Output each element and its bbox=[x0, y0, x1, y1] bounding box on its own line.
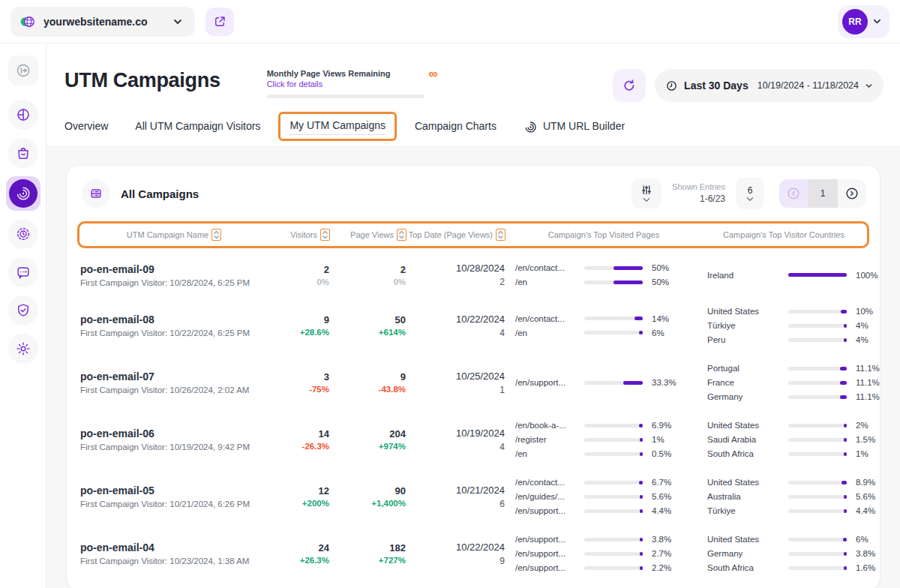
site-selector[interactable]: yourwebsitename.co bbox=[10, 7, 195, 37]
campaign-name: po-en-email-05 bbox=[80, 484, 266, 496]
metric-bar-fill bbox=[639, 481, 643, 484]
column-header-campaign-name[interactable]: UTM Campaign Name bbox=[81, 229, 267, 241]
sort-icon[interactable] bbox=[212, 229, 221, 241]
top-date-cell: 10/25/2024 1 bbox=[406, 370, 505, 395]
metric-label: United States bbox=[707, 478, 788, 487]
top-countries-cell: United States8.9%Australia5.6%Türkiye4.4… bbox=[701, 478, 880, 515]
metric-row: /en/support...4.4% bbox=[515, 506, 701, 515]
metric-label: Ireland bbox=[707, 271, 788, 280]
table-row[interactable]: po-en-email-05 First Campaign Visitor: 1… bbox=[68, 468, 878, 525]
column-header-visitors[interactable]: Visitors bbox=[267, 229, 330, 241]
metric-bar-fill bbox=[844, 552, 847, 556]
top-pages-cell: /en/support...33.3% bbox=[505, 378, 701, 387]
metric-percent: 11.1% bbox=[856, 392, 880, 401]
campaigns-table-icon bbox=[82, 179, 110, 208]
avatar: RR bbox=[842, 9, 868, 34]
metric-bar-fill bbox=[640, 495, 643, 499]
page-views-cell: 182 +727% bbox=[329, 542, 406, 565]
sort-icon[interactable] bbox=[496, 229, 506, 241]
column-header-top-date[interactable]: Top Date (Page Views) bbox=[406, 229, 506, 241]
column-header-page-views[interactable]: Page Views bbox=[330, 229, 406, 241]
metric-row: /en/contact...6.7% bbox=[515, 478, 701, 487]
metric-bar bbox=[788, 367, 847, 370]
metric-row: Germany11.1% bbox=[707, 392, 880, 401]
metric-percent: 50% bbox=[652, 263, 677, 272]
shown-entries-value: 1-6/23 bbox=[672, 193, 725, 205]
page-size-select[interactable]: 6 bbox=[736, 178, 764, 209]
tab-my-utm-campaigns[interactable]: My UTM Campaigns bbox=[278, 112, 397, 141]
date-range-picker[interactable]: Last 30 Days 10/19/2024 - 11/18/2024 bbox=[655, 69, 884, 102]
next-page-button[interactable] bbox=[838, 179, 866, 208]
tab-utm-url-builder[interactable]: UTM URL Builder bbox=[524, 120, 625, 135]
visitors-value: 9 bbox=[266, 314, 329, 326]
sidebar-item-campaigns-active[interactable] bbox=[6, 176, 40, 211]
top-countries-cell: Ireland100% bbox=[701, 271, 880, 280]
card-header: All Campaigns Shown Entries 1-6/23 bbox=[67, 166, 880, 220]
metric-bar-fill bbox=[844, 509, 847, 513]
metric-bar bbox=[584, 481, 643, 484]
metric-bar-fill bbox=[640, 566, 643, 570]
metric-bar-fill bbox=[844, 438, 847, 442]
metric-percent: 10% bbox=[856, 307, 880, 316]
metric-row: /en0.5% bbox=[515, 449, 701, 458]
metric-bar-fill bbox=[842, 481, 847, 484]
table-row[interactable]: po-en-email-08 First Campaign Visitor: 1… bbox=[68, 297, 878, 354]
sort-icon[interactable] bbox=[320, 229, 330, 241]
metric-bar-fill bbox=[844, 495, 847, 499]
page-views-delta: +614% bbox=[329, 328, 406, 337]
refresh-icon bbox=[622, 78, 637, 93]
prev-page-button[interactable] bbox=[779, 179, 808, 208]
metric-bar-fill bbox=[844, 324, 847, 328]
page-views-delta: -43.8% bbox=[329, 385, 406, 394]
table-row[interactable]: po-en-email-06 First Campaign Visitor: 1… bbox=[68, 411, 878, 468]
visitors-delta: +28.6% bbox=[266, 328, 329, 337]
quota-details-link[interactable]: Click for details bbox=[267, 80, 391, 88]
column-header-top-countries: Campaign's Top Visitor Countries bbox=[702, 230, 866, 239]
sort-icon[interactable] bbox=[397, 229, 406, 241]
sidebar-item-feedback[interactable] bbox=[8, 257, 38, 287]
table-row[interactable]: po-en-email-07 First Campaign Visitor: 1… bbox=[68, 354, 878, 411]
collapse-arrow-icon bbox=[15, 62, 32, 79]
metric-row: /register1% bbox=[515, 435, 701, 444]
metric-percent: 100% bbox=[856, 271, 880, 280]
sidebar-item-store[interactable] bbox=[8, 138, 38, 168]
table-row[interactable]: po-en-email-09 First Campaign Visitor: 1… bbox=[68, 253, 878, 297]
visitors-cell: 9 +28.6% bbox=[266, 314, 329, 337]
sidebar-collapse-button[interactable] bbox=[8, 56, 38, 86]
user-menu[interactable]: RR bbox=[838, 5, 890, 38]
open-site-button[interactable] bbox=[206, 8, 234, 36]
sidebar-item-privacy[interactable] bbox=[8, 296, 38, 326]
campaigns-card: All Campaigns Shown Entries 1-6/23 bbox=[66, 165, 880, 588]
metric-percent: 5.6% bbox=[652, 492, 677, 501]
top-date-cell: 10/21/2024 6 bbox=[406, 484, 505, 509]
page-views-value: 50 bbox=[329, 314, 406, 326]
metric-label: Saudi Arabia bbox=[707, 435, 788, 444]
sidebar-item-dashboard[interactable] bbox=[8, 100, 38, 130]
page-views-cell: 90 +1,400% bbox=[329, 485, 406, 508]
page-header: UTM Campaigns Monthly Page Views Remaini… bbox=[46, 44, 900, 102]
metric-bar bbox=[788, 509, 847, 513]
top-date-value: 10/25/2024 bbox=[406, 370, 505, 382]
metric-label: /en bbox=[515, 328, 584, 338]
sidebar-item-sessions[interactable] bbox=[8, 219, 38, 249]
visitors-cell: 14 -26.3% bbox=[266, 428, 329, 451]
metric-percent: 6.7% bbox=[652, 478, 677, 487]
page-views-cell: 9 -43.8% bbox=[329, 371, 406, 394]
metric-bar bbox=[584, 316, 643, 320]
tab-overview[interactable]: Overview bbox=[64, 120, 108, 135]
metric-percent: 6.9% bbox=[652, 421, 677, 430]
metric-bar bbox=[788, 438, 847, 442]
sidebar-item-settings[interactable] bbox=[8, 334, 38, 364]
tab-all-utm-campaign-visitors[interactable]: All UTM Campaign Visitors bbox=[135, 120, 260, 135]
campaign-first-visitor: First Campaign Visitor: 10/22/2024, 6:25… bbox=[80, 328, 266, 338]
chevron-down-icon bbox=[172, 16, 183, 27]
filter-button[interactable] bbox=[632, 178, 662, 208]
tab-campaign-charts[interactable]: Campaign Charts bbox=[415, 120, 496, 135]
refresh-button[interactable] bbox=[613, 69, 646, 102]
table-row[interactable]: po-en-email-04 First Campaign Visitor: 1… bbox=[68, 525, 878, 582]
current-page: 1 bbox=[808, 179, 838, 208]
metric-label: Portugal bbox=[707, 364, 788, 373]
metric-bar-fill bbox=[639, 331, 643, 334]
metric-bar-fill bbox=[614, 266, 643, 270]
top-pages-cell: /en/support...3.8%/en/support...2.7%/en/… bbox=[505, 535, 701, 572]
